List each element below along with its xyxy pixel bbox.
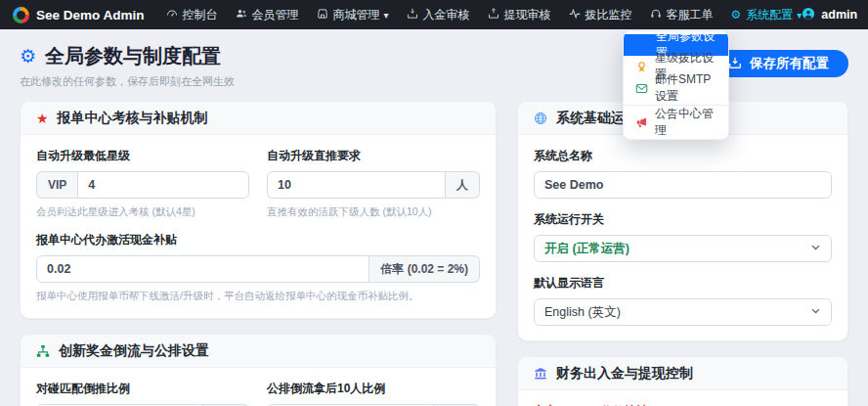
speedometer-icon bbox=[166, 8, 178, 23]
sitemap-icon bbox=[36, 344, 50, 358]
system-config-dropdown: 全局参数设置 星级拨比设置 邮件SMTP设置 公告中心管理 bbox=[623, 30, 729, 140]
globe-icon bbox=[534, 112, 547, 125]
nav-label: 入金审核 bbox=[423, 7, 470, 23]
nav-label: 商城管理 bbox=[333, 7, 380, 23]
nav-item-deposit-review[interactable]: 入金审核 bbox=[407, 7, 470, 23]
card-report-center: ★ 报单中心考核与补贴机制 自动升级最低星级 VIP 会员到达此星级进 bbox=[20, 101, 497, 319]
box-arrow-up-icon bbox=[488, 8, 499, 23]
app-root: See Demo Admin 控制台 会员管理 商城管理 ▾ 入金审核 bbox=[0, 0, 868, 406]
nav-menu: 控制台 会员管理 商城管理 ▾ 入金审核 提现审核 拨比监控 bbox=[166, 7, 803, 23]
card-header: 创新奖金倒流与公排设置 bbox=[21, 335, 496, 368]
field-system-name: 系统总名称 bbox=[534, 148, 832, 199]
vip-prefix: VIP bbox=[36, 171, 77, 199]
field-subsidy: 报单中心代办激活现金补贴 倍率 (0.02 = 2%) 报单中心使用报单币帮下线… bbox=[36, 232, 480, 303]
gear-icon: ⚙ bbox=[20, 45, 36, 68]
dropdown-item-smtp[interactable]: 邮件SMTP设置 bbox=[624, 77, 728, 99]
brand[interactable]: See Demo Admin bbox=[13, 7, 145, 23]
min-star-input[interactable] bbox=[77, 171, 249, 199]
gear-icon: ⚙ bbox=[731, 9, 742, 21]
direct-push-input[interactable] bbox=[267, 171, 446, 199]
system-name-input[interactable] bbox=[534, 171, 832, 199]
right-column: 系统基础运行设置 系统总名称 系统运行开关 开启 (正常运营) bbox=[517, 101, 848, 406]
star-icon: ★ bbox=[36, 112, 49, 125]
dropdown-item-announcements[interactable]: 公告中心管理 bbox=[624, 112, 728, 133]
helper-text: 直推有效的活跃下级人数 (默认10人) bbox=[267, 205, 480, 219]
chevron-down-icon bbox=[810, 305, 821, 319]
card-header: 财务出入金与提现控制 bbox=[518, 357, 847, 390]
page-content: ⚙ 全局参数与制度配置 在此修改的任何参数，保存后即刻在全网生效 保存所有配置 … bbox=[0, 29, 868, 406]
nav-label: 控制台 bbox=[183, 7, 218, 23]
title-block: ⚙ 全局参数与制度配置 在此修改的任何参数，保存后即刻在全网生效 bbox=[20, 43, 235, 89]
nav-label: 客服工单 bbox=[667, 7, 714, 23]
navbar-right: admin 安全退出 bbox=[802, 0, 868, 47]
save-all-button[interactable]: 保存所有配置 bbox=[709, 50, 848, 77]
chevron-down-icon: ▾ bbox=[384, 10, 389, 21]
run-switch-select[interactable]: 开启 (正常运营) bbox=[534, 235, 832, 262]
username: admin bbox=[821, 8, 857, 22]
person-circle-icon bbox=[802, 7, 815, 23]
rate-suffix: 倍率 (0.02 = 2%) bbox=[369, 255, 480, 283]
shop-icon bbox=[317, 8, 328, 23]
field-direct-push: 自动升级直推要求 人 直推有效的活跃下级人数 (默认10人) bbox=[267, 148, 480, 219]
save-icon bbox=[728, 56, 742, 72]
user-menu[interactable]: admin bbox=[802, 7, 857, 23]
nav-item-support-tickets[interactable]: 客服工单 bbox=[650, 7, 714, 23]
page-title: ⚙ 全局参数与制度配置 bbox=[20, 43, 235, 69]
field-default-language: 默认显示语言 English (英文) bbox=[534, 275, 832, 326]
headset-icon bbox=[650, 8, 662, 23]
language-select[interactable]: English (英文) bbox=[534, 298, 832, 326]
nav-item-dashboard[interactable]: 控制台 bbox=[166, 7, 218, 23]
nav-item-members[interactable]: 会员管理 bbox=[236, 7, 299, 23]
nav-item-withdraw-review[interactable]: 提现审核 bbox=[488, 7, 551, 23]
top-navbar: See Demo Admin 控制台 会员管理 商城管理 ▾ 入金审核 bbox=[0, 0, 868, 29]
box-arrow-in-down-icon bbox=[407, 8, 418, 23]
nav-label: 系统配置 bbox=[746, 7, 793, 23]
envelope-icon bbox=[635, 82, 648, 95]
nav-item-system-config[interactable]: ⚙ 系统配置 ▾ bbox=[731, 7, 803, 23]
field-min-star: 自动升级最低星级 VIP 会员到达此星级进入考核 (默认4星) bbox=[36, 148, 249, 219]
card-finance-control: 财务出入金与提现控制 官方 TRC20 收款地址 bbox=[517, 356, 848, 406]
medal-icon bbox=[635, 61, 648, 73]
nav-item-ratio-monitor[interactable]: 拨比监控 bbox=[569, 7, 632, 23]
field-run-switch: 系统运行开关 开启 (正常运营) bbox=[534, 211, 832, 262]
page-subtitle: 在此修改的任何参数，保存后即刻在全网生效 bbox=[20, 74, 235, 89]
subsidy-input[interactable] bbox=[36, 255, 369, 283]
card-bonus-settings: 创新奖金倒流与公排设置 对碰匹配倒推比例 倍率 bbox=[20, 334, 497, 406]
card-header: ★ 报单中心考核与补贴机制 bbox=[21, 102, 496, 135]
field-public-row-ratio: 公排倒流拿后10人比例 倍率 bbox=[267, 381, 480, 406]
nav-label: 提现审核 bbox=[504, 7, 551, 23]
helper-text: 报单中心使用报单币帮下线激活/升级时，平台自动返给报单中心的现金币补贴比例。 bbox=[36, 290, 480, 303]
megaphone-icon bbox=[635, 116, 648, 129]
brand-name: See Demo Admin bbox=[36, 8, 145, 23]
brand-logo-icon bbox=[13, 7, 29, 23]
pulse-icon bbox=[569, 8, 581, 23]
helper-text: 会员到达此星级进入考核 (默认4星) bbox=[36, 205, 249, 219]
people-icon bbox=[236, 8, 247, 23]
nav-label: 会员管理 bbox=[252, 7, 299, 23]
chevron-down-icon bbox=[810, 242, 821, 255]
field-match-ratio: 对碰匹配倒推比例 倍率 bbox=[36, 381, 249, 406]
nav-label: 拨比监控 bbox=[586, 7, 632, 23]
bank-icon bbox=[534, 367, 547, 381]
unit-suffix: 人 bbox=[446, 171, 480, 199]
left-column: ★ 报单中心考核与补贴机制 自动升级最低星级 VIP 会员到达此星级进 bbox=[20, 101, 497, 406]
cards-grid: ★ 报单中心考核与补贴机制 自动升级最低星级 VIP 会员到达此星级进 bbox=[20, 101, 848, 406]
nav-item-mall[interactable]: 商城管理 ▾ bbox=[317, 7, 389, 23]
